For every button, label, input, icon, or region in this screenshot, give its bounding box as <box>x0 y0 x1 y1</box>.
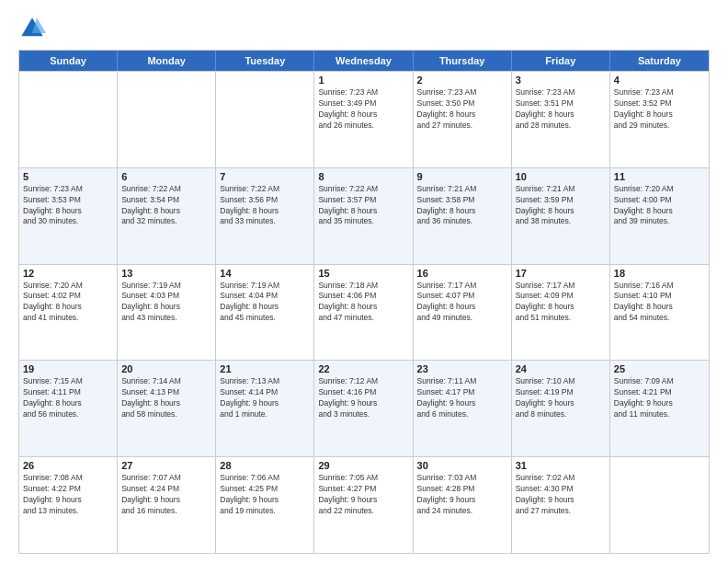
calendar-day-23: 23Sunrise: 7:11 AM Sunset: 4:17 PM Dayli… <box>414 361 512 456</box>
day-number: 11 <box>614 171 705 182</box>
calendar-day-25: 25Sunrise: 7:09 AM Sunset: 4:21 PM Dayli… <box>610 361 709 456</box>
calendar-day-18: 18Sunrise: 7:16 AM Sunset: 4:10 PM Dayli… <box>610 265 709 361</box>
day-number: 12 <box>23 268 113 279</box>
header-cell-saturday: Saturday <box>610 51 709 71</box>
calendar-empty-cell <box>610 457 709 553</box>
day-info: Sunrise: 7:20 AM Sunset: 4:02 PM Dayligh… <box>23 281 113 325</box>
calendar-day-11: 11Sunrise: 7:20 AM Sunset: 4:00 PM Dayli… <box>610 168 709 264</box>
day-number: 29 <box>318 460 408 471</box>
calendar-day-10: 10Sunrise: 7:21 AM Sunset: 3:59 PM Dayli… <box>512 168 610 264</box>
day-info: Sunrise: 7:03 AM Sunset: 4:28 PM Dayligh… <box>417 473 507 517</box>
day-number: 30 <box>417 460 507 471</box>
day-info: Sunrise: 7:23 AM Sunset: 3:52 PM Dayligh… <box>614 87 705 132</box>
header-cell-thursday: Thursday <box>414 51 512 71</box>
calendar-row: 12Sunrise: 7:20 AM Sunset: 4:02 PM Dayli… <box>19 264 709 361</box>
calendar-header: SundayMondayTuesdayWednesdayThursdayFrid… <box>19 51 709 71</box>
day-info: Sunrise: 7:09 AM Sunset: 4:21 PM Dayligh… <box>614 376 705 420</box>
day-number: 2 <box>417 75 507 86</box>
page: SundayMondayTuesdayWednesdayThursdayFrid… <box>0 0 728 563</box>
day-number: 23 <box>417 363 507 374</box>
calendar-day-2: 2Sunrise: 7:23 AM Sunset: 3:50 PM Daylig… <box>414 72 512 167</box>
day-info: Sunrise: 7:16 AM Sunset: 4:10 PM Dayligh… <box>614 281 705 325</box>
day-number: 26 <box>23 460 113 471</box>
day-number: 8 <box>318 171 408 182</box>
header-cell-tuesday: Tuesday <box>216 51 314 71</box>
day-info: Sunrise: 7:05 AM Sunset: 4:27 PM Dayligh… <box>318 473 408 517</box>
day-info: Sunrise: 7:17 AM Sunset: 4:09 PM Dayligh… <box>516 281 606 325</box>
day-number: 1 <box>318 75 408 86</box>
day-number: 5 <box>23 171 113 182</box>
day-info: Sunrise: 7:18 AM Sunset: 4:06 PM Dayligh… <box>318 281 408 325</box>
header-cell-wednesday: Wednesday <box>314 51 413 71</box>
day-number: 31 <box>516 460 606 471</box>
day-number: 25 <box>614 363 705 374</box>
day-info: Sunrise: 7:21 AM Sunset: 3:59 PM Dayligh… <box>516 184 606 228</box>
logo-icon <box>18 15 46 42</box>
calendar-day-21: 21Sunrise: 7:13 AM Sunset: 4:14 PM Dayli… <box>216 361 314 456</box>
day-info: Sunrise: 7:19 AM Sunset: 4:04 PM Dayligh… <box>220 281 310 325</box>
day-info: Sunrise: 7:13 AM Sunset: 4:14 PM Dayligh… <box>220 376 310 420</box>
day-info: Sunrise: 7:11 AM Sunset: 4:17 PM Dayligh… <box>417 376 507 420</box>
calendar-day-27: 27Sunrise: 7:07 AM Sunset: 4:24 PM Dayli… <box>118 457 216 553</box>
day-info: Sunrise: 7:22 AM Sunset: 3:57 PM Dayligh… <box>318 184 408 228</box>
day-info: Sunrise: 7:17 AM Sunset: 4:07 PM Dayligh… <box>417 281 507 325</box>
day-info: Sunrise: 7:23 AM Sunset: 3:49 PM Dayligh… <box>318 87 408 132</box>
day-number: 6 <box>121 171 211 182</box>
calendar-day-6: 6Sunrise: 7:22 AM Sunset: 3:54 PM Daylig… <box>118 168 216 264</box>
calendar-day-3: 3Sunrise: 7:23 AM Sunset: 3:51 PM Daylig… <box>512 72 610 167</box>
day-number: 15 <box>318 268 408 279</box>
calendar-day-9: 9Sunrise: 7:21 AM Sunset: 3:58 PM Daylig… <box>414 168 512 264</box>
day-info: Sunrise: 7:15 AM Sunset: 4:11 PM Dayligh… <box>23 376 113 420</box>
calendar-day-15: 15Sunrise: 7:18 AM Sunset: 4:06 PM Dayli… <box>314 265 413 361</box>
calendar-day-20: 20Sunrise: 7:14 AM Sunset: 4:13 PM Dayli… <box>118 361 216 456</box>
day-number: 20 <box>121 363 211 374</box>
day-number: 27 <box>121 460 211 471</box>
calendar-row: 26Sunrise: 7:08 AM Sunset: 4:22 PM Dayli… <box>19 456 709 553</box>
day-info: Sunrise: 7:22 AM Sunset: 3:56 PM Dayligh… <box>220 184 310 228</box>
day-number: 13 <box>121 268 211 279</box>
header-cell-friday: Friday <box>512 51 610 71</box>
calendar-day-28: 28Sunrise: 7:06 AM Sunset: 4:25 PM Dayli… <box>216 457 314 553</box>
day-info: Sunrise: 7:02 AM Sunset: 4:30 PM Dayligh… <box>516 473 606 517</box>
calendar-empty-cell <box>19 72 118 167</box>
day-info: Sunrise: 7:23 AM Sunset: 3:51 PM Dayligh… <box>516 87 606 132</box>
day-info: Sunrise: 7:14 AM Sunset: 4:13 PM Dayligh… <box>121 376 211 420</box>
day-info: Sunrise: 7:22 AM Sunset: 3:54 PM Dayligh… <box>121 184 211 228</box>
day-info: Sunrise: 7:21 AM Sunset: 3:58 PM Dayligh… <box>417 184 507 228</box>
calendar-empty-cell <box>216 72 314 167</box>
calendar-day-7: 7Sunrise: 7:22 AM Sunset: 3:56 PM Daylig… <box>216 168 314 264</box>
day-info: Sunrise: 7:23 AM Sunset: 3:50 PM Dayligh… <box>417 87 507 132</box>
day-info: Sunrise: 7:07 AM Sunset: 4:24 PM Dayligh… <box>121 473 211 517</box>
calendar-day-14: 14Sunrise: 7:19 AM Sunset: 4:04 PM Dayli… <box>216 265 314 361</box>
day-number: 17 <box>516 268 606 279</box>
calendar-day-5: 5Sunrise: 7:23 AM Sunset: 3:53 PM Daylig… <box>19 168 118 264</box>
calendar-day-4: 4Sunrise: 7:23 AM Sunset: 3:52 PM Daylig… <box>610 72 709 167</box>
day-number: 3 <box>516 75 606 86</box>
day-info: Sunrise: 7:20 AM Sunset: 4:00 PM Dayligh… <box>614 184 705 228</box>
day-number: 28 <box>220 460 310 471</box>
day-number: 7 <box>220 171 310 182</box>
calendar: SundayMondayTuesdayWednesdayThursdayFrid… <box>18 50 710 554</box>
calendar-day-8: 8Sunrise: 7:22 AM Sunset: 3:57 PM Daylig… <box>314 168 413 264</box>
calendar-row: 1Sunrise: 7:23 AM Sunset: 3:49 PM Daylig… <box>19 71 709 167</box>
calendar-day-24: 24Sunrise: 7:10 AM Sunset: 4:19 PM Dayli… <box>512 361 610 456</box>
calendar-body: 1Sunrise: 7:23 AM Sunset: 3:49 PM Daylig… <box>19 71 709 553</box>
calendar-day-26: 26Sunrise: 7:08 AM Sunset: 4:22 PM Dayli… <box>19 457 118 553</box>
calendar-day-22: 22Sunrise: 7:12 AM Sunset: 4:16 PM Dayli… <box>314 361 413 456</box>
day-number: 21 <box>220 363 310 374</box>
day-number: 18 <box>614 268 705 279</box>
day-number: 16 <box>417 268 507 279</box>
day-info: Sunrise: 7:12 AM Sunset: 4:16 PM Dayligh… <box>318 376 408 420</box>
calendar-day-31: 31Sunrise: 7:02 AM Sunset: 4:30 PM Dayli… <box>512 457 610 553</box>
calendar-day-1: 1Sunrise: 7:23 AM Sunset: 3:49 PM Daylig… <box>314 72 413 167</box>
calendar-day-16: 16Sunrise: 7:17 AM Sunset: 4:07 PM Dayli… <box>414 265 512 361</box>
calendar-empty-cell <box>118 72 216 167</box>
day-info: Sunrise: 7:10 AM Sunset: 4:19 PM Dayligh… <box>516 376 606 420</box>
day-info: Sunrise: 7:23 AM Sunset: 3:53 PM Dayligh… <box>23 184 113 228</box>
day-info: Sunrise: 7:06 AM Sunset: 4:25 PM Dayligh… <box>220 473 310 517</box>
calendar-day-12: 12Sunrise: 7:20 AM Sunset: 4:02 PM Dayli… <box>19 265 118 361</box>
calendar-day-17: 17Sunrise: 7:17 AM Sunset: 4:09 PM Dayli… <box>512 265 610 361</box>
calendar-day-30: 30Sunrise: 7:03 AM Sunset: 4:28 PM Dayli… <box>414 457 512 553</box>
day-number: 9 <box>417 171 507 182</box>
header-cell-monday: Monday <box>118 51 216 71</box>
